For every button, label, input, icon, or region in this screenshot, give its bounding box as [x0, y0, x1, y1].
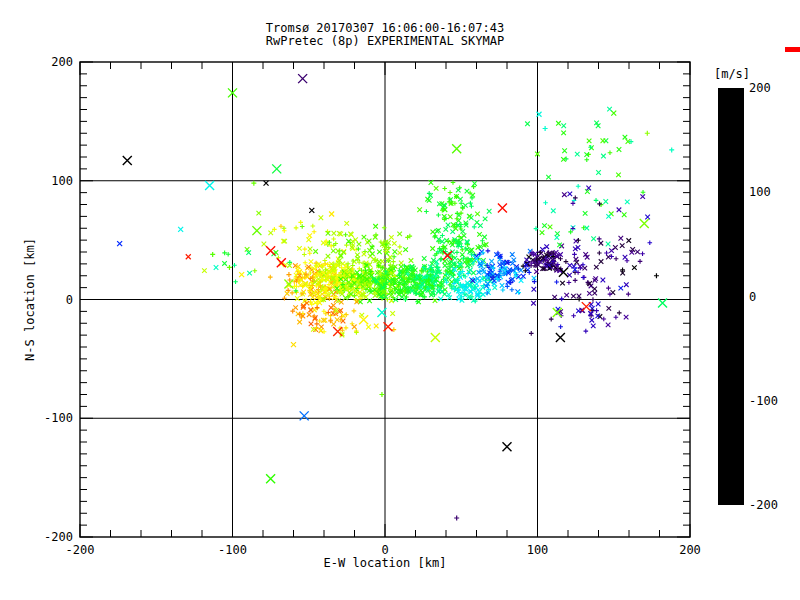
- data-point: [640, 252, 645, 257]
- data-point: [472, 225, 477, 230]
- data-point: [326, 254, 331, 259]
- data-point: [525, 268, 530, 273]
- data-point: [446, 223, 451, 228]
- data-point: [252, 226, 261, 235]
- data-point: [438, 297, 443, 302]
- data-point: [613, 245, 618, 250]
- y-tick-label: -200: [44, 530, 73, 544]
- data-point: [393, 249, 398, 254]
- data-point: [331, 237, 336, 242]
- data-point: [503, 442, 512, 451]
- data-point: [573, 278, 578, 283]
- data-point: [251, 181, 256, 186]
- colorbar-tick-label: -200: [749, 498, 778, 512]
- data-point: [367, 239, 372, 244]
- data-point: [355, 253, 360, 258]
- data-point: [515, 289, 520, 294]
- data-point: [540, 230, 545, 235]
- data-point: [562, 148, 567, 153]
- data-point: [617, 147, 622, 152]
- data-point: [431, 230, 436, 235]
- data-point: [391, 259, 396, 264]
- data-point: [635, 250, 640, 255]
- data-point: [285, 291, 290, 296]
- colorbar-tick-label: -100: [749, 394, 778, 408]
- data-point: [560, 281, 565, 286]
- data-point: [331, 303, 336, 308]
- data-point: [331, 249, 336, 254]
- data-point: [594, 308, 599, 313]
- data-point: [458, 275, 463, 280]
- data-point: [534, 269, 539, 274]
- data-point: [620, 243, 625, 248]
- data-point: [606, 323, 611, 328]
- data-point: [549, 317, 554, 322]
- data-point: [352, 309, 357, 314]
- data-point: [624, 282, 629, 287]
- data-point: [609, 248, 614, 253]
- data-point: [462, 233, 467, 238]
- data-point: [559, 268, 568, 277]
- data-point: [310, 295, 315, 300]
- data-point: [397, 251, 402, 256]
- data-point: [300, 411, 309, 420]
- data-point: [123, 156, 132, 165]
- data-point: [456, 188, 461, 193]
- data-point: [409, 258, 414, 263]
- data-point: [398, 245, 403, 250]
- data-point: [521, 274, 526, 279]
- data-point: [397, 232, 402, 237]
- data-point: [645, 215, 650, 220]
- data-point: [459, 201, 464, 206]
- data-point: [596, 170, 601, 175]
- data-point: [601, 138, 606, 143]
- x-tick-label: 100: [527, 543, 549, 557]
- data-point: [617, 207, 622, 212]
- data-point: [561, 131, 566, 136]
- data-point: [433, 298, 438, 303]
- data-point: [619, 236, 624, 241]
- data-point: [178, 227, 183, 232]
- data-point: [590, 318, 595, 323]
- data-point: [309, 259, 314, 264]
- data-point: [592, 287, 597, 292]
- data-point: [519, 278, 524, 283]
- data-point: [186, 254, 191, 259]
- data-point: [582, 266, 587, 271]
- data-point: [332, 231, 337, 236]
- x-tick-label: 0: [381, 543, 388, 557]
- data-point: [382, 225, 387, 230]
- data-point: [596, 302, 601, 307]
- data-point: [601, 278, 606, 283]
- data-point: [556, 333, 565, 342]
- data-point: [608, 292, 613, 297]
- data-point: [591, 236, 596, 241]
- data-point: [603, 199, 608, 204]
- data-point: [308, 247, 313, 252]
- data-point: [306, 237, 311, 242]
- data-point: [233, 279, 238, 284]
- data-point: [286, 272, 291, 277]
- data-point: [616, 173, 621, 178]
- data-point: [297, 246, 302, 251]
- data-point: [323, 258, 328, 263]
- data-point: [641, 190, 646, 195]
- data-point: [344, 221, 349, 226]
- data-point: [544, 244, 549, 249]
- data-point: [475, 212, 480, 217]
- data-point: [500, 283, 505, 288]
- data-point: [327, 296, 332, 301]
- data-point: [524, 258, 529, 263]
- data-point: [392, 241, 397, 246]
- data-point: [601, 317, 606, 322]
- data-point: [476, 288, 481, 293]
- x-tick-label: -100: [218, 543, 247, 557]
- corner-red-mark: [785, 47, 800, 52]
- data-point: [460, 252, 465, 257]
- data-point: [264, 181, 269, 186]
- data-point: [427, 198, 432, 203]
- data-point: [303, 247, 308, 252]
- data-point: [599, 259, 604, 264]
- data-point: [298, 220, 303, 225]
- data-point: [564, 293, 569, 298]
